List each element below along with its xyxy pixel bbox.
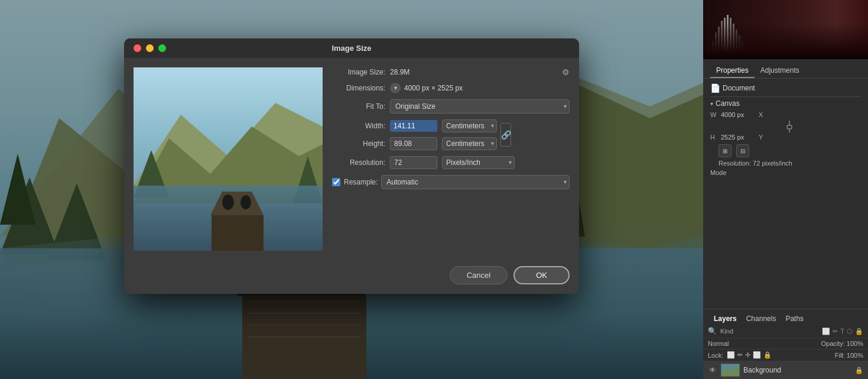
link-svg [785,121,794,132]
close-button[interactable] [134,44,141,52]
image-size-dialog: Image Size [124,38,579,294]
lock-icon-3: ✛ [745,351,750,359]
svg-rect-36 [727,15,729,56]
lock-icons: ⬜ ✏ ✛ ⬜ 🔒 [727,351,772,359]
lock-label: Lock: [708,352,723,359]
tab-paths[interactable]: Paths [781,313,808,325]
canvas-width-value: 4000 px [721,111,756,118]
mode-label: Mode [710,169,861,176]
fit-to-label: Fit To: [332,102,385,111]
blend-mode-value: Normal [708,340,819,347]
svg-rect-30 [709,47,711,56]
opacity-label: Opacity: [821,340,845,347]
resample-select[interactable]: Automatic Preserve Details Bicubic Smoot… [381,175,570,189]
wh-rows: Width: Centimeters Pixels Inches [332,119,497,150]
svg-rect-32 [715,33,717,56]
height-input[interactable] [390,137,437,150]
width-row: Width: Centimeters Pixels Inches [332,119,497,132]
canvas-h-label: H [710,134,719,141]
height-row: Height: Centimeters Pixels Inches [332,137,497,150]
dialog-body: Image Size: 28.9M ⚙ Dimensions: ▾ 4000 p… [124,58,579,260]
ok-button[interactable]: OK [513,266,570,284]
resolution-unit-wrapper: Pixels/Inch Pixels/Centimeter [442,156,515,169]
layers-lock-row: Lock: ⬜ ✏ ✛ ⬜ 🔒 Fill: 100% [703,349,868,361]
fill-value: 100% [847,352,863,359]
canvas-action-icons: ⊞ ⊟ [719,144,861,157]
svg-rect-40 [739,35,740,56]
svg-rect-41 [742,41,743,56]
width-unit-select[interactable]: Centimeters Pixels Inches [442,119,497,132]
dialog-title: Image Size [331,44,371,53]
lock-icon-4: ⬜ [753,351,761,359]
opacity-value: 100% [847,340,863,347]
fit-to-row: Fit To: Original Size Custom Letter (300… [332,99,570,114]
tab-adjustments[interactable]: Adjustments [755,64,805,78]
image-size-label: Image Size: [332,68,385,76]
fill-section: Fill: 100% [835,352,863,359]
layer-name: Background [743,366,851,374]
canvas-section-header: ▾ Canvas [710,99,861,108]
document-label: Document [723,84,755,92]
preview-image [134,67,323,251]
minimize-button[interactable] [146,44,154,52]
link-proportions-button[interactable]: 🔗 [500,123,511,147]
layer-background[interactable]: 👁 Background 🔒 [703,361,868,379]
cancel-button[interactable]: Cancel [450,266,508,284]
svg-rect-33 [718,27,720,56]
svg-rect-31 [712,41,714,56]
canvas-action-2[interactable]: ⊟ [736,144,749,157]
svg-rect-35 [724,18,726,56]
filter-icon-3: T [840,328,844,335]
height-unit-select[interactable]: Centimeters Pixels Inches [442,137,497,150]
fit-to-select-wrapper: Original Size Custom Letter (300 PPI) [390,99,570,114]
dimensions-value-area: ▾ 4000 px × 2525 px [390,83,463,93]
filter-icon-1: ⬜ [822,328,830,335]
svg-rect-26 [212,215,264,251]
resample-row: Resample: Automatic Preserve Details Bic… [332,175,570,189]
svg-rect-29 [703,0,868,59]
dimensions-arrow[interactable]: ▾ [390,83,401,93]
document-icon: 📄 [710,83,720,93]
tab-channels[interactable]: Channels [742,313,781,325]
histogram-area [703,0,868,59]
document-section-header: 📄 Document [710,83,861,93]
dimensions-label: Dimensions: [332,84,385,92]
gear-button[interactable]: ⚙ [562,67,570,77]
image-size-value: 28.9M [390,68,409,76]
canvas-action-1[interactable]: ⊞ [719,144,732,157]
histogram-chart [703,0,868,59]
fit-to-select[interactable]: Original Size Custom Letter (300 PPI) [390,99,570,114]
dialog-overlay: Image Size [0,0,703,379]
svg-rect-43 [787,125,792,129]
filter-icon-4: ⬡ [847,328,853,335]
traffic-lights [134,44,166,52]
resample-select-wrapper: Automatic Preserve Details Bicubic Smoot… [381,175,570,189]
layers-tabs: Layers Channels Paths [703,309,868,325]
layers-panel: Layers Channels Paths 🔍 Kind ⬜ ✏ T ⬡ 🔒 N… [703,309,868,379]
layer-thumbnail [721,364,740,377]
layer-lock-icon: 🔒 [855,367,863,374]
tab-layers[interactable]: Layers [709,313,742,325]
lock-icon-5: 🔒 [763,351,772,359]
canvas-label: Canvas [716,99,740,108]
resample-checkbox[interactable] [332,178,340,186]
preview-svg [134,67,323,251]
canvas-x-label: X [759,111,766,118]
tab-properties[interactable]: Properties [710,64,755,78]
resolution-input[interactable] [390,156,437,169]
width-input[interactable] [390,120,437,132]
canvas-y-label: Y [759,134,766,141]
resample-label: Resample: [344,178,378,186]
resolution-unit-select[interactable]: Pixels/Inch Pixels/Centimeter [442,156,515,169]
layers-blend-row: Normal Opacity: 100% [703,338,868,349]
filter-icon-5: 🔒 [855,328,863,335]
canvas-section: ▾ Canvas W 4000 px X [710,99,861,176]
maximize-button[interactable] [158,44,166,52]
canvas-height-value: 2525 px [721,134,756,141]
layer-visibility-icon[interactable]: 👁 [708,365,717,375]
dialog-footer: Cancel OK [124,260,579,294]
width-label: Width: [332,122,385,130]
dialog-controls: Image Size: 28.9M ⚙ Dimensions: ▾ 4000 p… [332,67,570,251]
thumb-svg [721,364,740,377]
canvas-link-icon [717,121,861,132]
